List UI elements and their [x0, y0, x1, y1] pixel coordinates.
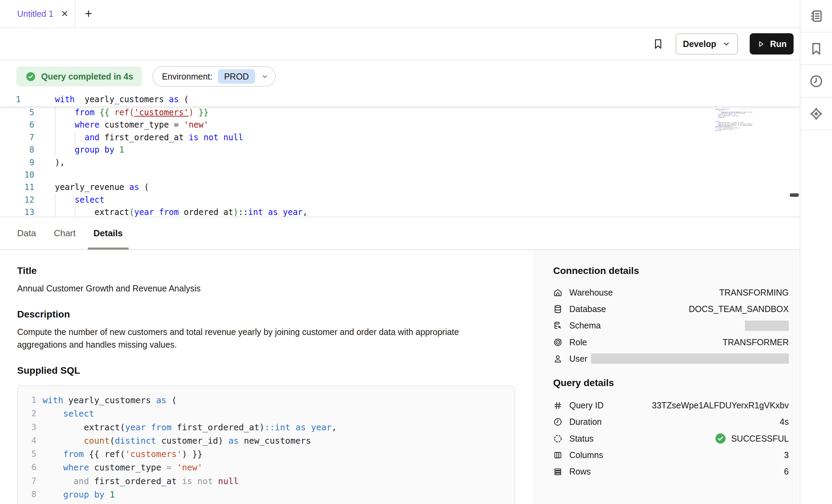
detail-row: StatusSUCCESSFUL	[553, 430, 789, 447]
run-button[interactable]: Run	[750, 33, 794, 55]
detail-label: Status	[569, 434, 594, 444]
sidebar-notebook-button[interactable]	[800, 0, 832, 33]
code-line[interactable]: 8 group by 1	[0, 144, 800, 156]
develop-dropdown-button[interactable]: Develop	[676, 33, 738, 55]
code-text: ),	[36, 501, 53, 504]
detail-value: 33TZseWpe1ALFDUYerxR1gVKxbv	[652, 400, 789, 410]
bookmark-icon[interactable]	[652, 38, 664, 50]
code-text: count(distinct customer_id) as new_custo…	[36, 434, 311, 447]
sql-line: 7 and first_ordered_at is not null	[18, 475, 514, 488]
line-number: 10	[0, 169, 34, 181]
close-icon[interactable]: ✕	[61, 9, 69, 18]
detail-label: Duration	[569, 417, 602, 427]
environment-label: Environment:	[162, 72, 212, 82]
code-text: select	[34, 194, 105, 206]
sidebar-bookmark-button[interactable]	[800, 33, 832, 65]
indent-guide	[55, 144, 56, 156]
details-panel: Title Annual Customer Growth and Revenue…	[0, 250, 800, 504]
line-number: 2	[18, 407, 36, 420]
bookmark-icon	[809, 41, 823, 56]
status-row: Query completed in 4s Environment: PROD	[0, 60, 800, 93]
detail-value: DOCS_TEAM_SANDBOX	[689, 304, 789, 314]
line-number: 7	[18, 475, 36, 488]
sql-line: 3 extract(year from first_ordered_at)::i…	[18, 421, 514, 434]
develop-label: Develop	[683, 39, 716, 49]
indent-guide	[75, 131, 75, 144]
chevron-down-icon	[261, 72, 269, 81]
app-window: Untitled 1 ✕ + Develop Run	[0, 0, 832, 504]
database-icon	[553, 304, 562, 314]
line-number: 6	[0, 119, 34, 131]
sidebar-history-button[interactable]	[800, 65, 832, 98]
tab-chart[interactable]: Chart	[48, 217, 82, 249]
detail-value: TRANSFORMER	[723, 337, 789, 347]
detail-row: RoleTRANSFORMER	[553, 334, 789, 350]
play-icon	[757, 40, 765, 48]
code-text: where customer_type = 'new'	[34, 119, 209, 131]
code-text: yearly_revenue as (	[34, 181, 149, 193]
detail-label: Rows	[569, 467, 591, 477]
query-details-heading: Query details	[553, 377, 789, 389]
new-tab-button[interactable]: +	[75, 0, 102, 27]
connection-details-heading: Connection details	[553, 265, 789, 277]
detail-label: User	[569, 354, 587, 364]
chevron-down-icon	[722, 39, 731, 48]
tab-details[interactable]: Details	[88, 217, 129, 249]
title-value: Annual Customer Growth and Revenue Analy…	[17, 282, 497, 295]
detail-label: Warehouse	[569, 288, 613, 298]
line-number: 9	[0, 156, 34, 169]
line-number: 13	[0, 206, 34, 217]
code-text: ),	[34, 156, 65, 169]
code-text: group by 1	[34, 144, 124, 156]
sql-editor[interactable]: 1 with yearly_customers as ( 5 from {{ r…	[0, 93, 800, 217]
sticky-code-line[interactable]: 1 with yearly_customers as (	[0, 93, 800, 106]
detail-value: 3	[784, 450, 789, 460]
sidebar-lineage-button[interactable]	[800, 98, 832, 130]
code-line[interactable]: 5 from {{ ref('customers') }}	[0, 106, 800, 119]
results-tab-bar: DataChartDetails	[0, 217, 800, 250]
code-line[interactable]: 12 select	[0, 194, 800, 206]
code-line[interactable]: 7 and first_ordered_at is not null	[0, 131, 800, 144]
detail-label: Query ID	[569, 400, 604, 410]
line-number: 1	[18, 394, 36, 407]
sql-line: 2 select	[18, 407, 514, 420]
spinner-icon	[553, 434, 562, 443]
line-number: 5	[18, 447, 36, 461]
detail-label: Columns	[569, 450, 603, 460]
redacted-value	[745, 321, 789, 331]
code-line[interactable]: 13 extract(year from ordered_at)::int as…	[0, 206, 800, 217]
clock-icon	[553, 417, 562, 427]
line-number: 8	[0, 144, 34, 156]
sql-line: 8 group by 1	[18, 488, 514, 501]
columns-icon	[553, 451, 562, 460]
tab-untitled-1[interactable]: Untitled 1 ✕	[0, 0, 75, 27]
sql-line: 4 count(distinct customer_id) as new_cus…	[18, 434, 514, 447]
redacted-value	[591, 353, 789, 364]
sql-line: 6 where customer_type = 'new'	[18, 461, 514, 474]
rows-icon	[553, 467, 562, 476]
code-text: select	[36, 407, 94, 420]
check-circle-icon	[25, 71, 36, 82]
lineage-icon	[809, 107, 823, 121]
status-value: SUCCESSFUL	[731, 434, 789, 444]
detail-label: Role	[569, 337, 587, 347]
detail-row: Rows6	[553, 464, 789, 480]
right-icon-rail	[800, 0, 832, 504]
environment-selector[interactable]: Environment: PROD	[152, 66, 276, 87]
editor-scrollbar-thumb[interactable]	[790, 193, 799, 197]
code-text: extract(year from first_ordered_at)::int…	[36, 421, 337, 434]
code-line[interactable]: 10	[0, 169, 800, 181]
code-line[interactable]: 11yearly_revenue as (	[0, 181, 800, 193]
run-label: Run	[770, 39, 787, 49]
code-text	[34, 169, 55, 181]
code-text: group by 1	[36, 488, 115, 501]
line-number: 3	[18, 421, 36, 434]
tab-data[interactable]: Data	[11, 217, 42, 249]
tab-title: Untitled 1	[17, 9, 54, 19]
code-line[interactable]: 6 where customer_type = 'new'	[0, 119, 800, 131]
detail-label: Schema	[569, 321, 601, 331]
user-icon	[553, 354, 562, 363]
detail-row: DatabaseDOCS_TEAM_SANDBOX	[553, 301, 789, 317]
code-line[interactable]: 9),	[0, 156, 800, 169]
tab-bar: Untitled 1 ✕ +	[0, 0, 800, 28]
